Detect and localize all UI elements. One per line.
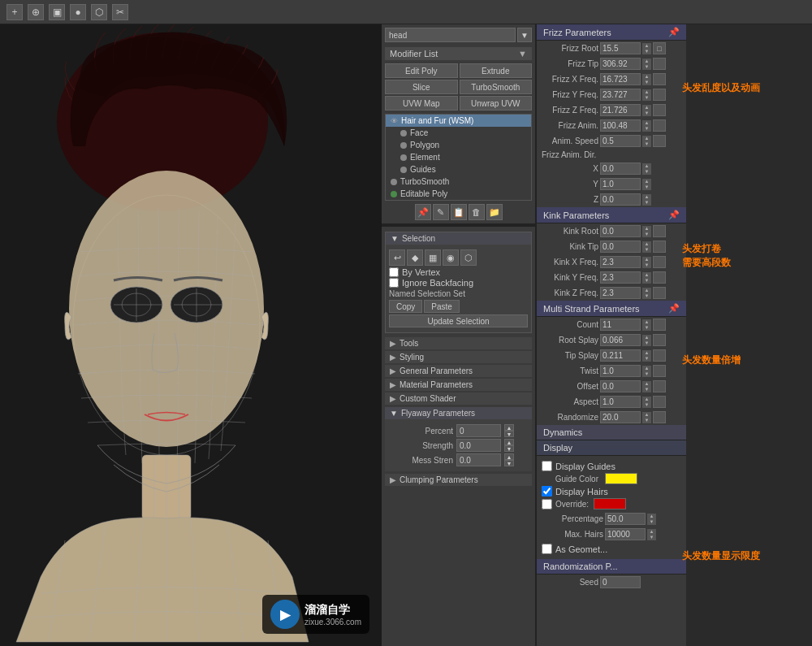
tools-section[interactable]: ▶ Tools [385, 337, 532, 349]
count-input[interactable] [600, 319, 641, 331]
spin-up[interactable]: ▲ [642, 350, 651, 356]
frizz-dir-z-input[interactable] [600, 193, 641, 206]
spin-down[interactable]: ▼ [642, 418, 651, 423]
viewport-3d[interactable]: ▶ 溜溜自学 zixue.3066.com [0, 24, 382, 646]
seed-input[interactable] [600, 576, 641, 588]
sel-icon-edge[interactable]: ▦ [425, 249, 441, 266]
folder-stack-icon[interactable]: 📁 [486, 204, 503, 220]
spin-up[interactable]: ▲ [642, 335, 651, 340]
spin-down[interactable]: ▼ [642, 169, 651, 175]
spin-down[interactable]: ▼ [642, 293, 651, 299]
display-hairs-checkbox[interactable] [542, 486, 552, 496]
toolbar-hex-icon[interactable]: ⬡ [91, 4, 107, 20]
stack-item-polygon[interactable]: Polygon [386, 139, 531, 151]
copy-sel-btn[interactable]: Copy [389, 300, 422, 313]
stack-item-editable-poly[interactable]: Editable Poly [386, 188, 531, 200]
sel-icon-undo[interactable]: ↩ [389, 249, 405, 266]
spin-up[interactable]: ▲ [647, 514, 656, 519]
display-section-header[interactable]: Display [537, 440, 686, 456]
percentage-input[interactable] [605, 513, 646, 525]
edit-poly-btn[interactable]: Edit Poly [385, 63, 458, 78]
kink-xfreq-input[interactable] [600, 256, 641, 268]
spin-down[interactable]: ▼ [642, 325, 651, 331]
frizz-root-input[interactable] [600, 42, 641, 54]
as-geom-checkbox[interactable] [542, 544, 552, 554]
pencil-icon[interactable]: ✎ [433, 204, 449, 220]
count-extra[interactable] [653, 319, 666, 331]
randomize-extra[interactable] [653, 411, 666, 423]
aspect-input[interactable] [600, 396, 641, 408]
by-vertex-checkbox[interactable] [389, 267, 399, 277]
frizz-tip-extra[interactable] [653, 58, 666, 70]
frizz-dir-y-input[interactable] [600, 178, 641, 190]
randomization-header[interactable]: Randomization P... [537, 559, 686, 574]
object-name-input[interactable] [385, 28, 516, 42]
spin-down[interactable]: ▼ [642, 184, 651, 190]
spin-down[interactable]: ▼ [642, 64, 651, 70]
ignore-backfacing-checkbox[interactable] [389, 278, 399, 288]
toolbar-plus-icon[interactable]: + [6, 4, 23, 20]
stack-item-face[interactable]: Face [386, 127, 531, 139]
extrude-btn[interactable]: Extrude [460, 63, 533, 78]
spin-up[interactable]: ▲ [642, 163, 651, 169]
toolbar-edit-icon[interactable]: ⊕ [28, 4, 44, 20]
root-splay-input[interactable] [600, 334, 641, 346]
kink-tip-extra[interactable] [653, 241, 666, 253]
spin-up[interactable]: ▲ [642, 272, 651, 278]
spin-up[interactable]: ▲ [642, 397, 651, 402]
spin-up[interactable]: ▲ [642, 59, 651, 64]
spin-down[interactable]: ▼ [642, 80, 651, 85]
frizz-root-extra[interactable]: □ [653, 42, 666, 54]
spin-up[interactable]: ▲ [642, 136, 651, 141]
override-checkbox[interactable] [542, 499, 552, 509]
spin-down[interactable]: ▼ [642, 95, 651, 101]
spin-up[interactable]: ▲ [642, 89, 651, 95]
guide-color-swatch[interactable] [605, 473, 637, 484]
tip-splay-extra[interactable] [653, 349, 666, 362]
slice-btn[interactable]: Slice [385, 80, 458, 94]
pin-icon[interactable]: 📌 [415, 204, 431, 220]
stack-item-guides[interactable]: Guides [386, 163, 531, 176]
spin-up[interactable]: ▲ [504, 439, 514, 445]
spin-up[interactable]: ▲ [642, 241, 651, 247]
kink-yfreq-input[interactable] [600, 271, 641, 284]
stack-item-hair-fur[interactable]: 👁 Hair and Fur (WSM) [386, 115, 531, 127]
stack-item-turbosmooth[interactable]: TurboSmooth [386, 176, 531, 188]
spin-down[interactable]: ▼ [642, 247, 651, 253]
update-sel-btn[interactable]: Update Selection [389, 314, 528, 327]
custom-shader-section[interactable]: ▶ Custom Shader [385, 392, 532, 405]
spin-down[interactable]: ▼ [647, 519, 656, 525]
spin-up[interactable]: ▲ [504, 453, 514, 460]
spin-down[interactable]: ▼ [504, 460, 514, 466]
spin-down[interactable]: ▼ [642, 232, 651, 237]
tip-splay-input[interactable] [600, 349, 641, 362]
kink-xfreq-extra[interactable] [653, 256, 666, 268]
spin-down[interactable]: ▼ [642, 387, 651, 392]
sel-icon-element[interactable]: ⬡ [460, 249, 477, 266]
frizz-zfreq-extra[interactable] [653, 104, 666, 116]
kink-yfreq-extra[interactable] [653, 271, 666, 284]
twist-extra[interactable] [653, 365, 666, 377]
offset-input[interactable] [600, 380, 641, 392]
frizz-yfreq-extra[interactable] [653, 89, 666, 101]
spin-up[interactable]: ▲ [642, 226, 651, 232]
delete-stack-icon[interactable]: 🗑 [469, 204, 485, 220]
copy-stack-icon[interactable]: 📋 [451, 204, 467, 220]
spin-down[interactable]: ▼ [642, 340, 651, 346]
material-params-section[interactable]: ▶ Material Parameters [385, 379, 532, 391]
spin-up[interactable]: ▲ [642, 74, 651, 80]
display-guides-checkbox[interactable] [542, 461, 552, 471]
uvw-map-btn[interactable]: UVW Map [385, 96, 458, 111]
kink-zfreq-extra[interactable] [653, 287, 666, 299]
anim-speed-input[interactable] [600, 135, 641, 147]
unwrap-uvw-btn[interactable]: Unwrap UVW [460, 96, 533, 111]
spin-up[interactable]: ▲ [642, 179, 651, 184]
spin-down[interactable]: ▼ [647, 535, 656, 540]
spin-down[interactable]: ▼ [642, 141, 651, 147]
spin-down[interactable]: ▼ [642, 49, 651, 54]
flyaway-percent-input[interactable] [456, 424, 501, 437]
root-splay-extra[interactable] [653, 334, 666, 346]
spin-up[interactable]: ▲ [647, 529, 656, 535]
spin-up[interactable]: ▲ [642, 366, 651, 371]
spin-up[interactable]: ▲ [642, 120, 651, 126]
